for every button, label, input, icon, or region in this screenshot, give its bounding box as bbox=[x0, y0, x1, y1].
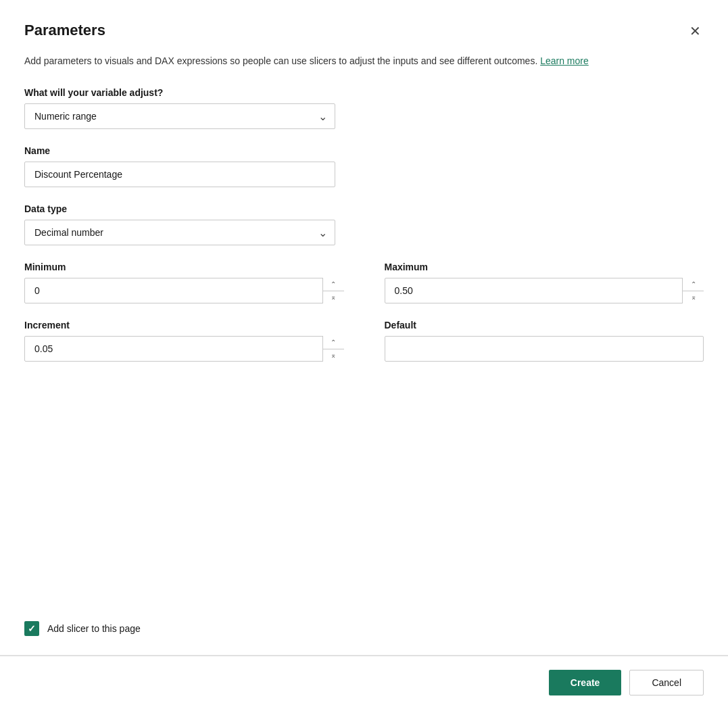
maximum-spin-up[interactable]: ⌃ bbox=[683, 278, 704, 291]
create-button[interactable]: Create bbox=[549, 670, 622, 695]
maximum-spin-down[interactable]: ⌅ bbox=[683, 291, 704, 304]
minimum-spin-up[interactable]: ⌃ bbox=[323, 278, 344, 291]
variable-field-group: What will your variable adjust? Numeric … bbox=[24, 87, 704, 129]
dialog-title: Parameters bbox=[24, 22, 105, 39]
data-type-select-wrapper: Decimal numberWhole numberTextDate ⌄ bbox=[24, 220, 335, 245]
maximum-spin-buttons: ⌃ ⌅ bbox=[682, 278, 704, 303]
close-icon: ✕ bbox=[689, 24, 701, 38]
increment-default-row: Increment ⌃ ⌅ Default bbox=[24, 320, 704, 362]
add-slicer-label[interactable]: Add slicer to this page bbox=[47, 623, 141, 634]
increment-spin-buttons: ⌃ ⌅ bbox=[322, 336, 344, 362]
min-max-row: Minimum ⌃ ⌅ Maximum ⌃ ⌅ bbox=[24, 262, 704, 303]
increment-spin-down[interactable]: ⌅ bbox=[323, 349, 344, 362]
default-input[interactable] bbox=[385, 336, 704, 362]
checkbox-area: ✓ Add slicer to this page bbox=[0, 602, 728, 655]
default-label: Default bbox=[385, 320, 704, 331]
increment-label: Increment bbox=[24, 320, 344, 331]
parameters-dialog: Parameters ✕ Add parameters to visuals a… bbox=[0, 0, 728, 709]
cancel-button[interactable]: Cancel bbox=[629, 670, 704, 695]
variable-select-wrapper: Numeric rangeList of values ⌄ bbox=[24, 103, 335, 129]
maximum-input-wrapper: ⌃ ⌅ bbox=[385, 278, 704, 303]
checkmark-icon: ✓ bbox=[28, 624, 36, 633]
name-field-group: Name bbox=[24, 145, 704, 187]
close-button[interactable]: ✕ bbox=[687, 22, 704, 41]
increment-input[interactable] bbox=[24, 336, 344, 362]
minimum-label: Minimum bbox=[24, 262, 344, 272]
maximum-field: Maximum ⌃ ⌅ bbox=[385, 262, 704, 303]
learn-more-link[interactable]: Learn more bbox=[540, 55, 589, 66]
data-type-select[interactable]: Decimal numberWhole numberTextDate bbox=[24, 220, 335, 245]
dialog-body: Parameters ✕ Add parameters to visuals a… bbox=[0, 0, 728, 602]
description-main: Add parameters to visuals and DAX expres… bbox=[24, 55, 537, 66]
dialog-header: Parameters ✕ bbox=[24, 22, 704, 41]
maximum-label: Maximum bbox=[385, 262, 704, 272]
increment-spin-up[interactable]: ⌃ bbox=[323, 336, 344, 349]
data-type-label: Data type bbox=[24, 203, 704, 214]
description-text: Add parameters to visuals and DAX expres… bbox=[24, 54, 599, 68]
minimum-spin-down[interactable]: ⌅ bbox=[323, 291, 344, 304]
minimum-input[interactable] bbox=[24, 278, 344, 303]
minimum-input-wrapper: ⌃ ⌅ bbox=[24, 278, 344, 303]
increment-input-wrapper: ⌃ ⌅ bbox=[24, 336, 344, 362]
name-input[interactable] bbox=[24, 162, 335, 187]
default-input-wrapper bbox=[385, 336, 704, 362]
add-slicer-checkbox[interactable]: ✓ bbox=[24, 621, 39, 636]
minimum-field: Minimum ⌃ ⌅ bbox=[24, 262, 344, 303]
minimum-spin-buttons: ⌃ ⌅ bbox=[322, 278, 344, 303]
increment-field: Increment ⌃ ⌅ bbox=[24, 320, 344, 362]
default-field: Default bbox=[385, 320, 704, 362]
variable-select[interactable]: Numeric rangeList of values bbox=[24, 103, 335, 129]
maximum-input[interactable] bbox=[385, 278, 704, 303]
dialog-footer: Create Cancel bbox=[0, 656, 728, 709]
data-type-field-group: Data type Decimal numberWhole numberText… bbox=[24, 203, 704, 245]
name-label: Name bbox=[24, 145, 704, 156]
variable-label: What will your variable adjust? bbox=[24, 87, 704, 98]
